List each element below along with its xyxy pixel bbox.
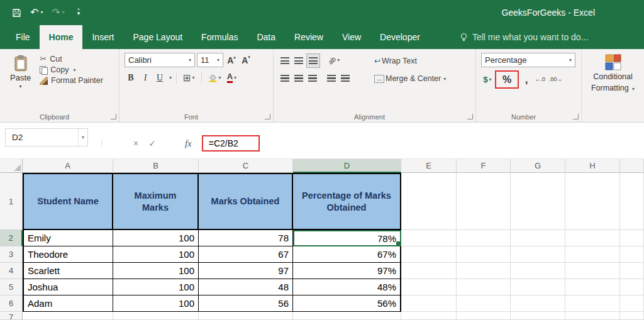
align-top-button[interactable] bbox=[279, 53, 291, 68]
cell-C7[interactable] bbox=[199, 312, 293, 320]
cell-F5[interactable] bbox=[457, 279, 511, 295]
align-center-button[interactable] bbox=[292, 71, 305, 86]
cell-F2[interactable] bbox=[457, 230, 511, 246]
row-header-6[interactable]: 6 bbox=[0, 295, 23, 312]
cell-G1[interactable] bbox=[511, 173, 565, 230]
cell-H7[interactable] bbox=[565, 312, 620, 320]
cell-C6[interactable]: 56 bbox=[199, 295, 293, 312]
underline-button[interactable]: U bbox=[153, 70, 166, 85]
row-header-2[interactable]: 2 bbox=[0, 230, 23, 246]
clipboard-dialog-launcher[interactable] bbox=[111, 114, 116, 119]
tab-insert[interactable]: Insert bbox=[82, 25, 123, 49]
cell-F6[interactable] bbox=[457, 295, 511, 312]
cell-D5[interactable]: 48% bbox=[293, 279, 401, 295]
column-header-g[interactable]: G bbox=[511, 159, 565, 173]
cell-E4[interactable] bbox=[401, 263, 457, 279]
cell-G4[interactable] bbox=[511, 263, 565, 279]
name-box[interactable]: D2 ▾ bbox=[5, 128, 88, 146]
increase-indent-button[interactable] bbox=[339, 71, 352, 86]
column-header-c[interactable]: C bbox=[199, 159, 293, 173]
cell-H1[interactable] bbox=[565, 173, 620, 230]
comma-style-button[interactable]: , bbox=[520, 72, 533, 87]
cell-C5[interactable]: 48 bbox=[199, 279, 293, 295]
customize-qat-button[interactable]: ▾ bbox=[69, 6, 85, 19]
row-header-4[interactable]: 4 bbox=[0, 263, 23, 279]
tell-me-box[interactable]: Tell me what you want to do... bbox=[460, 25, 588, 49]
cell-D7[interactable] bbox=[293, 312, 401, 320]
cell-D4[interactable]: 97% bbox=[293, 263, 401, 279]
cell-E7[interactable] bbox=[401, 312, 457, 320]
cell-B4[interactable]: 100 bbox=[113, 263, 199, 279]
cell-B5[interactable]: 100 bbox=[113, 279, 199, 295]
redo-button[interactable]: ↷▾ bbox=[47, 5, 69, 20]
cut-button[interactable]: ✂Cut bbox=[40, 54, 103, 63]
conditional-formatting-button[interactable]: Conditional Formatting ▾ bbox=[587, 53, 639, 94]
cell-H3[interactable] bbox=[565, 246, 620, 263]
cell-A5[interactable]: Joshua bbox=[23, 279, 113, 295]
column-header-d[interactable]: D bbox=[293, 159, 401, 173]
tab-home[interactable]: Home bbox=[40, 25, 83, 49]
tab-view[interactable]: View bbox=[333, 25, 370, 49]
cell-F4[interactable] bbox=[457, 263, 511, 279]
tab-data[interactable]: Data bbox=[247, 25, 285, 49]
column-header-e[interactable]: E bbox=[401, 159, 457, 173]
cell-B3[interactable]: 100 bbox=[113, 246, 199, 263]
cell-B2[interactable]: 100 bbox=[113, 230, 199, 246]
font-color-button[interactable]: A▾ bbox=[225, 70, 238, 85]
insert-function-button[interactable]: fx bbox=[185, 138, 192, 149]
wrap-text-button[interactable]: ↩ Wrap Text bbox=[374, 53, 446, 69]
cell-A2[interactable]: Emily bbox=[23, 230, 113, 246]
row-header-1[interactable]: 1 bbox=[0, 173, 23, 230]
cell-A6[interactable]: Adam bbox=[23, 295, 113, 312]
bold-button[interactable]: B bbox=[125, 70, 137, 85]
format-painter-button[interactable]: Format Painter bbox=[40, 76, 103, 85]
paste-button[interactable]: Paste ▾ bbox=[5, 53, 36, 92]
save-button[interactable] bbox=[8, 6, 26, 20]
percent-style-button[interactable]: % bbox=[501, 72, 513, 87]
select-all-corner[interactable] bbox=[0, 159, 23, 173]
increase-font-size-button[interactable]: A▴ bbox=[225, 53, 238, 67]
cell-G3[interactable] bbox=[511, 246, 565, 263]
cell-D2-selected[interactable]: 78% bbox=[293, 230, 401, 246]
formula-input[interactable]: =C2/B2 bbox=[202, 135, 260, 152]
cell-B6[interactable]: 100 bbox=[113, 295, 199, 312]
cell-D3[interactable]: 67% bbox=[293, 246, 401, 263]
row-header-5[interactable]: 5 bbox=[0, 279, 23, 295]
cell-F1[interactable] bbox=[457, 173, 511, 230]
row-header-3[interactable]: 3 bbox=[0, 246, 23, 263]
alignment-dialog-launcher[interactable] bbox=[467, 114, 473, 119]
cell-E3[interactable] bbox=[401, 246, 457, 263]
cell-D6[interactable]: 56% bbox=[293, 295, 401, 312]
cell-F3[interactable] bbox=[457, 246, 511, 263]
cell-F7[interactable] bbox=[457, 312, 511, 320]
row-header-7[interactable]: 7 bbox=[0, 312, 23, 320]
cell-H4[interactable] bbox=[565, 263, 620, 279]
column-header-h[interactable]: H bbox=[565, 159, 620, 173]
undo-button[interactable]: ↶▾ bbox=[26, 5, 47, 20]
cell-C3[interactable]: 67 bbox=[199, 246, 293, 263]
cell-C4[interactable]: 97 bbox=[199, 263, 293, 279]
italic-button[interactable]: I bbox=[139, 70, 152, 85]
font-name-select[interactable]: Calibri▾ bbox=[125, 53, 195, 67]
increase-decimal-button[interactable]: ←.0 bbox=[533, 72, 547, 87]
tab-developer[interactable]: Developer bbox=[370, 25, 430, 49]
column-header-a[interactable]: A bbox=[23, 159, 113, 173]
cell-H6[interactable] bbox=[565, 295, 620, 312]
align-right-button[interactable] bbox=[306, 71, 319, 86]
cell-D1[interactable]: Percentage of Marks Obtained bbox=[293, 173, 401, 230]
column-header-f[interactable]: F bbox=[457, 159, 511, 173]
cell-C2[interactable]: 78 bbox=[199, 230, 293, 246]
cell-E6[interactable] bbox=[401, 295, 457, 312]
number-dialog-launcher[interactable] bbox=[573, 114, 579, 119]
decrease-font-size-button[interactable]: A▾ bbox=[240, 53, 252, 67]
tab-page-layout[interactable]: Page Layout bbox=[123, 25, 192, 49]
decrease-indent-button[interactable] bbox=[325, 71, 338, 86]
cell-E5[interactable] bbox=[401, 279, 457, 295]
tab-review[interactable]: Review bbox=[285, 25, 333, 49]
cell-E2[interactable] bbox=[401, 230, 457, 246]
accounting-format-button[interactable]: $▾ bbox=[481, 72, 494, 87]
cell-H2[interactable] bbox=[565, 230, 620, 246]
column-header-b[interactable]: B bbox=[113, 159, 199, 173]
number-format-select[interactable]: Percentage▾ bbox=[481, 53, 575, 67]
cell-E1[interactable] bbox=[401, 173, 457, 230]
